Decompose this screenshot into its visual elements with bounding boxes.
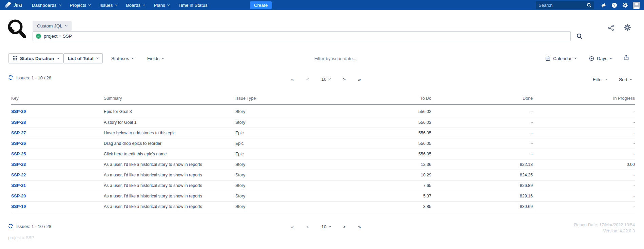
user-avatar[interactable] xyxy=(633,2,640,9)
issue-key-cell: SSP-27 xyxy=(11,128,104,138)
jql-input[interactable]: ✓ project = SSP xyxy=(33,31,571,41)
to-do-value-cell: 556.05 xyxy=(328,138,431,149)
issue-key-cell: SSP-22 xyxy=(11,170,104,180)
export-button[interactable] xyxy=(623,55,629,60)
column-header-summary: Summary xyxy=(104,96,235,104)
calendar-dropdown[interactable]: Calendar xyxy=(545,53,576,63)
chevron-down-icon xyxy=(605,78,608,80)
nav-item-label: Dashboards xyxy=(32,3,57,8)
first-page-button[interactable]: « xyxy=(291,224,294,230)
nav-item-boards[interactable]: Boards xyxy=(121,0,149,10)
share-report-button[interactable] xyxy=(608,24,614,31)
fields-dropdown[interactable]: Fields xyxy=(147,53,164,63)
refresh-button[interactable] xyxy=(8,75,13,80)
chevron-down-icon xyxy=(59,3,61,5)
pagination-top: « < 10 > » xyxy=(291,76,361,82)
calculation-mode-label: List of Total xyxy=(68,56,94,61)
issue-key-link[interactable]: SSP-25 xyxy=(11,152,26,156)
run-query-button[interactable] xyxy=(577,33,583,39)
chevron-down-icon xyxy=(630,78,632,80)
issue-key-link[interactable]: SSP-22 xyxy=(11,173,26,177)
calculation-mode-dropdown[interactable]: List of Total xyxy=(63,53,103,63)
sort-label: Sort xyxy=(619,77,627,82)
query-mode-dropdown[interactable]: Custom JQL xyxy=(33,21,72,31)
page-size-dropdown[interactable]: 10 xyxy=(321,77,330,82)
to-do-value-cell: 556.02 xyxy=(328,104,431,117)
nav-item-issues[interactable]: Issues xyxy=(95,0,121,10)
top-navbar: Jira Dashboards Projects Issues Boards P… xyxy=(0,0,644,10)
issue-key-cell: SSP-21 xyxy=(11,180,104,191)
column-header-issue-type: Issue Type xyxy=(235,96,328,104)
prev-page-button[interactable]: < xyxy=(306,77,309,82)
issue-date-filter-input[interactable] xyxy=(279,53,391,63)
issue-key-cell: SSP-25 xyxy=(11,149,104,159)
page-size-value: 10 xyxy=(321,77,326,82)
to-do-value-cell: 10.29 xyxy=(328,170,431,180)
table-row: SSP-25 Click here to edit this epic's na… xyxy=(11,149,635,159)
issue-key-link[interactable]: SSP-20 xyxy=(11,194,26,198)
next-page-button[interactable]: > xyxy=(343,77,346,82)
issue-key-link[interactable]: SSP-27 xyxy=(11,131,26,135)
issue-summary-cell: As a user, I'd like a historical story t… xyxy=(104,159,235,170)
issue-key-link[interactable]: SSP-26 xyxy=(11,141,26,146)
nav-item-time-in-status[interactable]: Time in Status xyxy=(174,0,212,10)
first-page-button[interactable]: « xyxy=(291,76,294,82)
admin-settings-button[interactable] xyxy=(622,2,628,8)
announcements-button[interactable] xyxy=(601,3,606,8)
sort-dropdown[interactable]: Sort xyxy=(619,77,632,82)
statuses-dropdown[interactable]: Statuses xyxy=(111,53,134,63)
time-unit-label: Days xyxy=(597,56,607,61)
issue-summary-cell: As a user, I'd like a historical story t… xyxy=(104,170,235,180)
issue-key-cell: SSP-23 xyxy=(11,159,104,170)
issue-key-link[interactable]: SSP-23 xyxy=(11,162,26,167)
jira-logo-icon xyxy=(5,2,12,8)
page-size-value: 10 xyxy=(321,224,326,229)
to-do-value-cell: 556.05 xyxy=(328,149,431,159)
chevron-down-icon xyxy=(162,56,164,59)
refresh-icon xyxy=(8,75,13,80)
nav-item-label: Time in Status xyxy=(178,3,208,8)
nav-item-plans[interactable]: Plans xyxy=(149,0,174,10)
target-circle-icon xyxy=(589,56,594,61)
issue-type-cell: Story xyxy=(235,191,328,201)
chevron-down-icon xyxy=(168,3,170,5)
in-progress-value-cell: - xyxy=(533,191,635,201)
prev-page-button[interactable]: < xyxy=(306,224,309,229)
help-button[interactable]: ? xyxy=(612,3,617,8)
nav-item-projects[interactable]: Projects xyxy=(65,0,95,10)
gear-icon xyxy=(624,24,631,31)
filter-dropdown[interactable]: Filter xyxy=(593,77,607,82)
column-header-key: Key xyxy=(11,96,104,104)
issue-type-cell: Story xyxy=(235,170,328,180)
chevron-down-icon xyxy=(96,56,98,59)
issues-table: Key Summary Issue Type To Do Done In Pro… xyxy=(11,96,635,212)
column-header-in-progress: In Progress xyxy=(533,96,635,104)
issue-key-link[interactable]: SSP-28 xyxy=(11,120,26,125)
table-row: SSP-26 Drag and drop epics to reorder Ep… xyxy=(11,138,635,149)
global-search-input[interactable] xyxy=(539,3,587,8)
last-page-button[interactable]: » xyxy=(358,224,361,230)
report-type-label: Status Duration xyxy=(20,56,54,61)
report-type-dropdown[interactable]: Status Duration xyxy=(8,53,63,63)
issue-summary-cell: As a user, I'd like a historical story t… xyxy=(104,180,235,191)
issues-count-label: Issues: 1 - 10 / 28 xyxy=(16,75,51,80)
issue-summary-cell: A story for Goal 1 xyxy=(104,117,235,128)
version-label: Version: 4.22.0.3 xyxy=(603,229,635,233)
page-size-dropdown[interactable]: 10 xyxy=(321,224,330,229)
chevron-down-icon xyxy=(89,3,91,5)
issue-key-link[interactable]: SSP-29 xyxy=(11,109,26,114)
report-settings-button[interactable] xyxy=(624,24,631,31)
global-search-box[interactable] xyxy=(536,1,594,9)
nav-item-dashboards[interactable]: Dashboards xyxy=(27,0,65,10)
issue-summary-cell: Drag and drop epics to reorder xyxy=(104,138,235,149)
time-unit-dropdown[interactable]: Days xyxy=(589,53,612,63)
chevron-down-icon xyxy=(115,3,117,5)
issue-key-link[interactable]: SSP-21 xyxy=(11,183,26,188)
next-page-button[interactable]: > xyxy=(343,224,346,229)
jira-home-link[interactable]: Jira xyxy=(5,2,22,8)
to-do-value-cell: 5.37 xyxy=(328,191,431,201)
issue-key-link[interactable]: SSP-19 xyxy=(11,204,26,209)
last-page-button[interactable]: » xyxy=(358,76,361,82)
create-button[interactable]: Create xyxy=(250,1,272,9)
refresh-button-bottom[interactable] xyxy=(8,224,13,229)
